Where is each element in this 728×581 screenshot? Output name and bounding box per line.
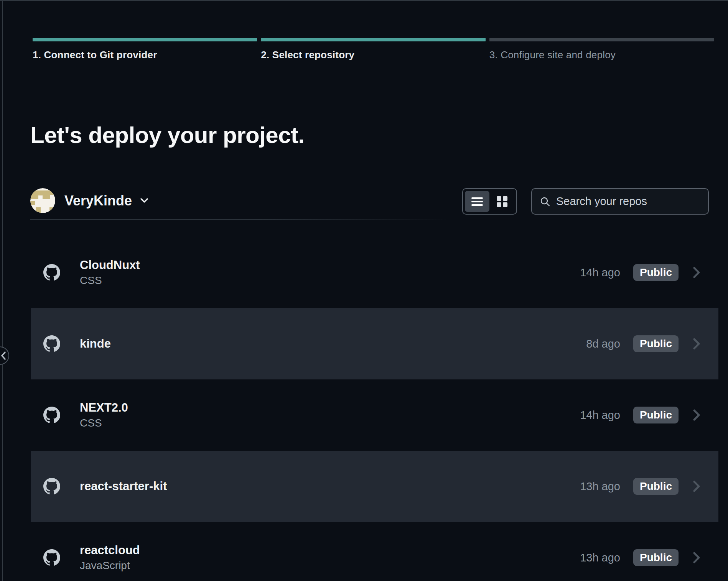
search-input[interactable] xyxy=(556,195,700,208)
repo-name: NEXT2.0 xyxy=(80,400,128,415)
chevron-left-icon xyxy=(1,351,6,360)
list-view-button[interactable] xyxy=(465,191,489,212)
chevron-right-icon xyxy=(693,552,700,563)
step-progress-bar xyxy=(33,38,257,41)
repo-language: CSS xyxy=(80,274,140,287)
repo-updated-time: 8d ago xyxy=(577,338,620,350)
step-progress-bar xyxy=(489,38,714,41)
repo-row[interactable]: reactcloud JavaScript 13h ago Public xyxy=(31,522,718,581)
step-label: 2. Select repository xyxy=(261,49,485,61)
repo-name: kinde xyxy=(80,336,111,351)
org-avatar xyxy=(30,188,55,213)
search-icon xyxy=(540,196,556,207)
step-progress-bar xyxy=(261,38,485,41)
repo-language: JavaScript xyxy=(80,559,140,572)
step-connect-git: 1. Connect to Git provider xyxy=(33,38,257,61)
panel-edge-divider xyxy=(2,1,3,581)
list-icon xyxy=(471,197,483,206)
repo-visibility-badge: Public xyxy=(633,407,679,423)
step-select-repository: 2. Select repository xyxy=(261,38,485,61)
github-icon xyxy=(43,478,60,495)
org-name-label: VeryKinde xyxy=(64,193,132,209)
github-icon xyxy=(43,264,60,281)
step-label: 1. Connect to Git provider xyxy=(33,49,257,61)
repo-row[interactable]: CloudNuxt CSS 14h ago Public xyxy=(31,237,718,308)
repo-row[interactable]: kinde 8d ago Public xyxy=(31,308,718,379)
repo-name: react-starter-kit xyxy=(80,479,167,494)
repo-updated-time: 14h ago xyxy=(577,409,620,422)
page-title: Let's deploy your project. xyxy=(30,122,305,148)
view-mode-toggle xyxy=(462,188,517,215)
repo-row[interactable]: NEXT2.0 CSS 14h ago Public xyxy=(31,379,718,451)
grid-view-button[interactable] xyxy=(490,191,515,212)
step-label: 3. Configure site and deploy xyxy=(489,49,714,61)
chevron-right-icon xyxy=(693,409,700,421)
sidebar-collapse-button[interactable] xyxy=(0,346,9,365)
section-divider xyxy=(30,219,448,220)
repo-visibility-badge: Public xyxy=(633,264,679,281)
repo-name: reactcloud xyxy=(80,543,140,558)
chevron-right-icon xyxy=(693,267,700,278)
repo-updated-time: 14h ago xyxy=(577,266,620,279)
github-icon xyxy=(43,407,60,423)
repo-language: CSS xyxy=(80,416,128,430)
github-icon xyxy=(43,549,60,566)
org-selector-dropdown[interactable]: VeryKinde xyxy=(30,188,148,213)
repo-name: CloudNuxt xyxy=(80,258,140,273)
repo-updated-time: 13h ago xyxy=(577,551,620,564)
repo-row[interactable]: react-starter-kit 13h ago Public xyxy=(31,451,718,522)
repo-list: CloudNuxt CSS 14h ago Public kinde 8d ag… xyxy=(31,237,718,581)
deploy-progress-stepper: 1. Connect to Git provider 2. Select rep… xyxy=(33,38,714,61)
repo-visibility-badge: Public xyxy=(633,335,679,352)
github-icon xyxy=(43,335,60,352)
chevron-right-icon xyxy=(693,338,700,350)
repo-updated-time: 13h ago xyxy=(577,480,620,493)
repo-visibility-badge: Public xyxy=(633,478,679,495)
chevron-right-icon xyxy=(693,481,700,492)
repo-search xyxy=(531,188,709,215)
chevron-down-icon xyxy=(140,198,148,203)
repo-visibility-badge: Public xyxy=(633,549,679,566)
grid-icon xyxy=(497,196,507,207)
step-configure-deploy: 3. Configure site and deploy xyxy=(489,38,714,61)
